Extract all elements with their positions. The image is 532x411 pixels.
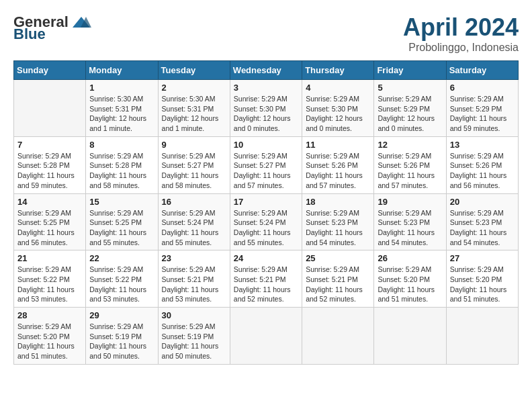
calendar-cell [446, 308, 518, 365]
day-info: Sunrise: 5:29 AMSunset: 5:22 PMDaylight:… [89, 265, 154, 304]
day-info: Sunrise: 5:29 AMSunset: 5:21 PMDaylight:… [234, 265, 298, 304]
day-info: Sunrise: 5:29 AMSunset: 5:20 PMDaylight:… [378, 265, 442, 304]
day-info: Sunrise: 5:29 AMSunset: 5:27 PMDaylight:… [234, 151, 298, 191]
calendar-cell: 15Sunrise: 5:29 AMSunset: 5:25 PMDayligh… [86, 193, 158, 250]
header-row: SundayMondayTuesdayWednesdayThursdayFrid… [14, 61, 519, 80]
title-area: April 2024 Probolinggo, Indonesia [403, 13, 519, 54]
calendar-cell: 1Sunrise: 5:30 AMSunset: 5:31 PMDaylight… [86, 80, 158, 137]
calendar-cell: 2Sunrise: 5:30 AMSunset: 5:31 PMDaylight… [158, 80, 230, 137]
day-info: Sunrise: 5:29 AMSunset: 5:29 PMDaylight:… [450, 94, 515, 134]
day-info: Sunrise: 5:29 AMSunset: 5:22 PMDaylight:… [17, 265, 82, 304]
day-info: Sunrise: 5:29 AMSunset: 5:20 PMDaylight:… [17, 322, 82, 361]
header-monday: Monday [86, 61, 158, 80]
day-info: Sunrise: 5:29 AMSunset: 5:21 PMDaylight:… [306, 265, 370, 304]
calendar-cell: 14Sunrise: 5:29 AMSunset: 5:25 PMDayligh… [14, 193, 86, 250]
subtitle: Probolinggo, Indonesia [403, 42, 519, 54]
calendar-cell: 9Sunrise: 5:29 AMSunset: 5:27 PMDaylight… [158, 136, 230, 193]
calendar-cell: 29Sunrise: 5:29 AMSunset: 5:19 PMDayligh… [86, 308, 158, 365]
calendar-table: SundayMondayTuesdayWednesdayThursdayFrid… [13, 60, 519, 365]
day-number: 7 [17, 140, 82, 150]
day-info: Sunrise: 5:29 AMSunset: 5:24 PMDaylight:… [162, 208, 226, 248]
calendar-cell: 30Sunrise: 5:29 AMSunset: 5:19 PMDayligh… [158, 308, 230, 365]
calendar-body: 1Sunrise: 5:30 AMSunset: 5:31 PMDaylight… [14, 80, 519, 365]
day-info: Sunrise: 5:29 AMSunset: 5:19 PMDaylight:… [89, 322, 154, 361]
calendar-cell: 4Sunrise: 5:29 AMSunset: 5:30 PMDaylight… [302, 80, 374, 137]
calendar-cell: 11Sunrise: 5:29 AMSunset: 5:26 PMDayligh… [302, 136, 374, 193]
day-number: 8 [89, 140, 154, 150]
day-number: 16 [162, 197, 226, 207]
calendar-cell: 17Sunrise: 5:29 AMSunset: 5:24 PMDayligh… [230, 193, 302, 250]
day-info: Sunrise: 5:29 AMSunset: 5:25 PMDaylight:… [17, 208, 82, 248]
calendar-cell: 28Sunrise: 5:29 AMSunset: 5:20 PMDayligh… [14, 308, 86, 365]
calendar-cell: 25Sunrise: 5:29 AMSunset: 5:21 PMDayligh… [302, 250, 374, 308]
day-info: Sunrise: 5:29 AMSunset: 5:26 PMDaylight:… [306, 151, 370, 191]
day-info: Sunrise: 5:29 AMSunset: 5:30 PMDaylight:… [306, 94, 370, 134]
day-number: 6 [450, 83, 515, 93]
day-number: 5 [378, 83, 442, 93]
day-number: 4 [306, 83, 370, 93]
day-info: Sunrise: 5:29 AMSunset: 5:28 PMDaylight:… [17, 151, 82, 191]
day-info: Sunrise: 5:29 AMSunset: 5:29 PMDaylight:… [378, 94, 442, 134]
day-info: Sunrise: 5:29 AMSunset: 5:23 PMDaylight:… [450, 208, 515, 248]
day-number: 29 [89, 310, 154, 320]
day-info: Sunrise: 5:29 AMSunset: 5:24 PMDaylight:… [234, 208, 298, 248]
calendar-cell: 26Sunrise: 5:29 AMSunset: 5:20 PMDayligh… [374, 250, 446, 308]
day-info: Sunrise: 5:29 AMSunset: 5:23 PMDaylight:… [378, 208, 442, 248]
calendar-cell: 6Sunrise: 5:29 AMSunset: 5:29 PMDaylight… [446, 80, 518, 137]
day-info: Sunrise: 5:29 AMSunset: 5:26 PMDaylight:… [450, 151, 515, 191]
day-number: 2 [162, 83, 226, 93]
header-sunday: Sunday [14, 61, 86, 80]
calendar-cell: 3Sunrise: 5:29 AMSunset: 5:30 PMDaylight… [230, 80, 302, 137]
calendar-cell [374, 308, 446, 365]
day-number: 20 [450, 197, 515, 207]
calendar-cell: 20Sunrise: 5:29 AMSunset: 5:23 PMDayligh… [446, 193, 518, 250]
day-number: 30 [162, 310, 226, 320]
calendar-cell: 27Sunrise: 5:29 AMSunset: 5:20 PMDayligh… [446, 250, 518, 308]
day-number: 13 [450, 140, 515, 150]
day-info: Sunrise: 5:29 AMSunset: 5:25 PMDaylight:… [89, 208, 154, 248]
calendar-cell: 8Sunrise: 5:29 AMSunset: 5:28 PMDaylight… [86, 136, 158, 193]
day-info: Sunrise: 5:29 AMSunset: 5:19 PMDaylight:… [162, 322, 226, 361]
day-info: Sunrise: 5:29 AMSunset: 5:27 PMDaylight:… [162, 151, 226, 191]
day-number: 11 [306, 140, 370, 150]
day-info: Sunrise: 5:29 AMSunset: 5:28 PMDaylight:… [89, 151, 154, 191]
day-number: 22 [89, 253, 154, 263]
logo: General Blue [13, 13, 91, 43]
day-number: 26 [378, 253, 442, 263]
day-number: 27 [450, 253, 515, 263]
day-number: 24 [234, 253, 298, 263]
calendar-cell: 22Sunrise: 5:29 AMSunset: 5:22 PMDayligh… [86, 250, 158, 308]
calendar-week-row: 21Sunrise: 5:29 AMSunset: 5:22 PMDayligh… [14, 250, 519, 308]
calendar-cell: 10Sunrise: 5:29 AMSunset: 5:27 PMDayligh… [230, 136, 302, 193]
calendar-cell: 19Sunrise: 5:29 AMSunset: 5:23 PMDayligh… [374, 193, 446, 250]
header-thursday: Thursday [302, 61, 374, 80]
day-number: 28 [17, 310, 82, 320]
calendar-cell: 5Sunrise: 5:29 AMSunset: 5:29 PMDaylight… [374, 80, 446, 137]
month-title: April 2024 [403, 13, 519, 42]
day-number: 18 [306, 197, 370, 207]
calendar-cell: 24Sunrise: 5:29 AMSunset: 5:21 PMDayligh… [230, 250, 302, 308]
header-friday: Friday [374, 61, 446, 80]
calendar-cell: 13Sunrise: 5:29 AMSunset: 5:26 PMDayligh… [446, 136, 518, 193]
day-number: 15 [89, 197, 154, 207]
header-saturday: Saturday [446, 61, 518, 80]
day-number: 17 [234, 197, 298, 207]
day-number: 19 [378, 197, 442, 207]
day-number: 25 [306, 253, 370, 263]
day-number: 10 [234, 140, 298, 150]
header-wednesday: Wednesday [230, 61, 302, 80]
day-number: 23 [162, 253, 226, 263]
day-number: 12 [378, 140, 442, 150]
day-info: Sunrise: 5:29 AMSunset: 5:20 PMDaylight:… [450, 265, 515, 304]
day-info: Sunrise: 5:29 AMSunset: 5:23 PMDaylight:… [306, 208, 370, 248]
calendar-cell [302, 308, 374, 365]
day-info: Sunrise: 5:29 AMSunset: 5:21 PMDaylight:… [162, 265, 226, 304]
day-number: 21 [17, 253, 82, 263]
day-number: 14 [17, 197, 82, 207]
calendar-cell: 18Sunrise: 5:29 AMSunset: 5:23 PMDayligh… [302, 193, 374, 250]
header-tuesday: Tuesday [158, 61, 230, 80]
day-info: Sunrise: 5:30 AMSunset: 5:31 PMDaylight:… [162, 94, 226, 134]
day-number: 3 [234, 83, 298, 93]
day-info: Sunrise: 5:30 AMSunset: 5:31 PMDaylight:… [89, 94, 154, 134]
calendar-week-row: 7Sunrise: 5:29 AMSunset: 5:28 PMDaylight… [14, 136, 519, 193]
